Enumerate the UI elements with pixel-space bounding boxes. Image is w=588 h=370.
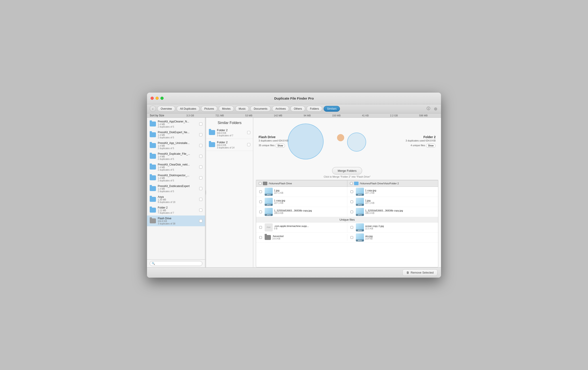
- similar-item-1[interactable]: Folder 2 634.8 KB 3 duplicates of 14: [206, 139, 253, 151]
- select-all-left-checkbox[interactable]: [259, 182, 262, 185]
- venn-left-unique: 35 unique files: [259, 144, 274, 147]
- search-input[interactable]: [156, 262, 200, 265]
- file-size-right-1: 227.1 KB: [365, 202, 437, 204]
- toolbar: ‹ Overview All Duplicates Pictures Movie…: [147, 104, 441, 113]
- tab-others[interactable]: Others: [290, 106, 305, 112]
- file-name-right-2: 1_52550d53683...36838b copy.jpg: [365, 209, 437, 212]
- tab-music[interactable]: Music: [235, 106, 249, 112]
- sidebar-item-0[interactable]: PressKit_AppCleaner_N... 1.4 MB 2 duplic…: [147, 119, 205, 129]
- sidebar-item-9[interactable]: Flash Drive 634.8 KB 3 duplicates of 38: [147, 216, 205, 226]
- select-all-right-checkbox[interactable]: [350, 182, 353, 185]
- tab-documents[interactable]: Documents: [250, 106, 271, 112]
- tab-movies[interactable]: Movies: [219, 106, 234, 112]
- sidebar-checkbox-7[interactable]: [199, 198, 202, 201]
- similar-checkbox-0[interactable]: [247, 131, 250, 134]
- file-right-checkbox-0[interactable]: [350, 190, 353, 193]
- sidebar-checkbox-5[interactable]: [199, 176, 202, 179]
- sidebar-item-7[interactable]: Asya 1.36 MB 8 duplicates of 18: [147, 194, 205, 205]
- sidebar-checkbox-3[interactable]: [199, 155, 202, 158]
- back-button[interactable]: ‹: [150, 106, 156, 112]
- sidebar-folder-icon-1: [150, 132, 156, 137]
- file-thumb-left-1: JPEG: [265, 198, 273, 206]
- file-list-body: JPEG 1.jpg 227.1 KB: [256, 186, 438, 267]
- size-row: Sort by Size 3.3 GB 721 MB 53 MB 142 MB …: [147, 113, 441, 118]
- remove-selected-button[interactable]: 🗑 Remove Selected: [402, 269, 437, 276]
- tab-similars[interactable]: Similars: [324, 106, 340, 112]
- sidebar-item-5[interactable]: PressKit_DiskInspector_... 1.4 MB 2 dupl…: [147, 173, 205, 183]
- tab-all-duplicates[interactable]: All Duplicates: [177, 106, 200, 112]
- sidebar-item-8[interactable]: Folder 2 1.11 MB 7 duplicates of 7: [147, 205, 205, 216]
- unique-right-checkbox-0[interactable]: [350, 226, 353, 229]
- unique-info-left-0: .com.apple.timemachine.supp... 0 B: [274, 225, 345, 230]
- sidebar-item-info-1: PressKit_DiskExpert_Ne... 1.4 MB 2 dupli…: [158, 131, 197, 139]
- sidebar-checkbox-1[interactable]: [199, 133, 202, 136]
- sidebar-item-6[interactable]: PressKit_DublicatesExpert 1.4 MB 2 dupli…: [147, 183, 205, 194]
- sidebar-checkbox-4[interactable]: [199, 165, 202, 169]
- sidebar-folder-icon-2: [150, 143, 156, 148]
- file-thumb-left-2: JPEG: [265, 208, 273, 216]
- sidebar-item-info-8: Folder 2 1.11 MB 7 duplicates of 7: [158, 206, 197, 214]
- file-left-checkbox-2[interactable]: [259, 211, 262, 213]
- jpeg-label-right-0: JPEG: [356, 194, 364, 196]
- sidebar-item-4[interactable]: PressKit_ClearDisk_nekt... 1.4 MB 2 dupl…: [147, 162, 205, 173]
- file-thumb-left-0: JPEG: [265, 188, 273, 196]
- similar-item-name-0: Folder 2: [217, 129, 245, 132]
- file-right-checkbox-1[interactable]: [350, 200, 353, 203]
- file-row-1: JPEG 1 copy.jpg 227.1 KB: [256, 197, 438, 207]
- venn-left-show-button[interactable]: Show: [275, 144, 285, 148]
- sidebar-item-info-7: Asya 1.36 MB 8 duplicates of 18: [158, 195, 197, 203]
- sidebar-item-info-0: PressKit_AppCleaner_N... 1.4 MB 2 duplic…: [158, 120, 197, 128]
- file-row-0: JPEG 1.jpg 227.1 KB: [256, 187, 438, 197]
- info-icon[interactable]: ⓘ: [426, 106, 431, 111]
- right-path-label: /Volumes/Flash Drive/Visio/Folder 2: [360, 182, 399, 185]
- file-col-left-0: JPEG 1.jpg 227.1 KB: [256, 187, 347, 197]
- merge-folders-button[interactable]: Merge Folders: [332, 167, 362, 174]
- unique-left-checkbox-1[interactable]: [259, 236, 262, 239]
- sidebar-folder-icon-9: [150, 218, 156, 223]
- unique-right-checkbox-1[interactable]: [350, 236, 353, 239]
- file-left-checkbox-0[interactable]: [259, 190, 262, 193]
- app-window: Duplicate File Finder Pro ‹ Overview All…: [147, 93, 441, 278]
- unique-left-checkbox-0[interactable]: [259, 226, 262, 229]
- jpeg-label-left-0: JPEG: [265, 194, 273, 196]
- sidebar-item-meta-7: 8 duplicates of 18: [158, 201, 197, 203]
- unique-name-left-1: .fseventsd: [272, 235, 345, 238]
- similar-item-0[interactable]: Folder 2 634.8 KB 3 duplicates of 7: [206, 127, 253, 139]
- file-right-checkbox-2[interactable]: [350, 211, 353, 213]
- sidebar-checkbox-8[interactable]: [199, 208, 202, 212]
- similar-item-size-1: 634.8 KB: [217, 144, 245, 146]
- similar-checkbox-1[interactable]: [247, 143, 250, 146]
- file-left-checkbox-1[interactable]: [259, 200, 262, 203]
- sidebar-checkbox-2[interactable]: [199, 144, 202, 147]
- file-size-left-2: 180.6 KB: [274, 212, 345, 214]
- sidebar-checkbox-6[interactable]: [199, 187, 202, 190]
- toolbar-right: ⓘ ◎: [426, 106, 438, 111]
- sort-by-button[interactable]: Sort by Size: [150, 114, 174, 117]
- unique-file-row-0: FILE .com.apple.timemachine.supp... 0 B: [256, 222, 438, 233]
- sidebar-item-meta-0: 2 duplicates of 5: [158, 126, 197, 128]
- sidebar-checkbox-9[interactable]: [199, 219, 202, 222]
- rss-icon[interactable]: ◎: [433, 106, 438, 111]
- unique-file-row-1: .fseventsd 14.6 KB JPEG: [256, 233, 438, 243]
- size-archives: 150 MB: [332, 114, 341, 117]
- tab-pictures[interactable]: Pictures: [201, 106, 217, 112]
- tab-archives[interactable]: Archives: [272, 106, 289, 112]
- sidebar-item-name-6: PressKit_DublicatesExpert: [158, 185, 197, 188]
- sidebar-item-3[interactable]: PressKit_Duplicate_File_... 1.4 MB 2 dup…: [147, 151, 205, 162]
- unique-file-col-left-0: FILE .com.apple.timemachine.supp... 0 B: [256, 222, 347, 232]
- file-size-left-1: 227.1 KB: [274, 202, 345, 204]
- minimize-button[interactable]: [156, 97, 159, 100]
- sidebar-checkbox-0[interactable]: [199, 122, 202, 126]
- sidebar-item-1[interactable]: PressKit_DiskExpert_Ne... 1.4 MB 2 dupli…: [147, 129, 205, 140]
- tab-folders[interactable]: Folders: [306, 106, 322, 112]
- sidebar-item-2[interactable]: PressKit_App_Uninstalle... 1.4 MB 2 dupl…: [147, 140, 205, 151]
- unique-name-right-1: sky.jpg: [365, 235, 437, 238]
- file-size-right-0: 227.1 KB: [365, 192, 437, 194]
- tab-overview[interactable]: Overview: [157, 106, 175, 112]
- close-button[interactable]: [151, 97, 154, 100]
- file-name-left-1: 1 copy.jpg: [274, 199, 345, 202]
- titlebar: Duplicate File Finder Pro: [147, 93, 441, 104]
- venn-right-show-button[interactable]: Show: [426, 144, 436, 148]
- maximize-button[interactable]: [160, 97, 164, 100]
- sidebar-item-name-7: Asya: [158, 195, 197, 198]
